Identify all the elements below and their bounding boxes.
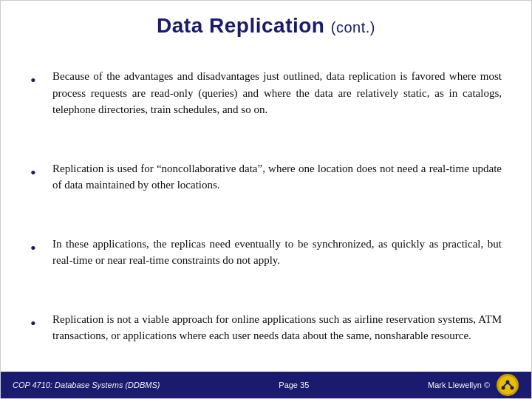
footer-left: COP 4710: Database Systems (DDBMS)	[13, 381, 160, 389]
bullet-item-2: • Replication is used for “noncollaborat…	[30, 160, 502, 194]
bullet-item-1: • Because of the advantages and disadvan…	[30, 68, 502, 118]
bullet-text-1: Because of the advantages and disadvanta…	[52, 68, 502, 118]
slide: Data Replication (cont.) • Because of th…	[0, 0, 532, 399]
bullet-text-2: Replication is used for “noncollaborativ…	[52, 160, 502, 194]
bullet-item-4: • Replication is not a viable approach f…	[30, 311, 502, 344]
bullet-text-3: In these applications, the replicas need…	[52, 236, 502, 269]
logo-icon	[496, 373, 519, 397]
bullet-dot-1: •	[30, 69, 41, 92]
bullet-dot-4: •	[30, 313, 41, 335]
title-main: Data Replication	[157, 14, 324, 37]
slide-content: • Because of the advantages and disadvan…	[1, 45, 531, 372]
slide-footer: COP 4710: Database Systems (DDBMS) Page …	[1, 372, 531, 398]
bullet-dot-2: •	[30, 162, 41, 185]
slide-title: Data Replication (cont.)	[1, 1, 531, 45]
title-cont: (cont.)	[331, 19, 375, 35]
svg-point-4	[506, 381, 510, 384]
bullet-dot-3: •	[30, 237, 41, 260]
bullet-item-3: • In these applications, the replicas ne…	[30, 236, 502, 269]
footer-center: Page 35	[279, 381, 309, 389]
footer-right-text: Mark Llewellyn ©	[428, 381, 490, 389]
bullet-text-4: Replication is not a viable approach for…	[52, 311, 502, 344]
footer-right: Mark Llewellyn ©	[428, 373, 519, 397]
svg-point-3	[511, 386, 514, 390]
svg-point-1	[499, 376, 516, 394]
svg-point-2	[502, 386, 505, 390]
